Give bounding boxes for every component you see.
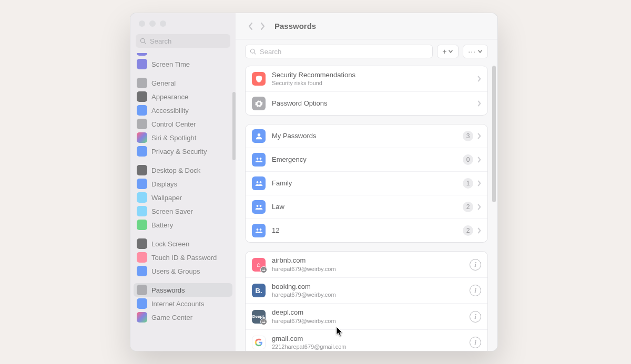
site-icon: B. (252, 284, 266, 297)
sidebar-item-label: Screen Saver (151, 207, 193, 215)
close-dot[interactable] (139, 20, 145, 27)
sidebar-item-label: Game Center (151, 314, 192, 321)
sidebar-item-screen-saver[interactable]: Screen Saver (134, 204, 232, 218)
site-icon (252, 336, 266, 349)
group-title: 12 (272, 226, 463, 235)
group-title: Family (272, 179, 463, 188)
sidebar-item-label: Wallpaper (151, 194, 182, 202)
sidebar-item-control-center[interactable]: Control Center (134, 117, 232, 131)
forward-button[interactable] (257, 19, 268, 34)
sidebar-item-lock-screen[interactable]: Lock Screen (134, 237, 232, 251)
page-title: Passwords (274, 22, 316, 30)
sidebar-search-placeholder: Search (150, 37, 171, 45)
people-icon (252, 224, 266, 237)
sidebar-item-desktop-dock[interactable]: Desktop & Dock (134, 163, 232, 177)
chevron-right-icon (477, 180, 481, 186)
more-button[interactable]: ··· (463, 45, 488, 58)
sidebar-item-privacy-security[interactable]: Privacy & Security (134, 144, 232, 158)
person-icon (252, 129, 266, 143)
zoom-dot[interactable] (160, 20, 166, 27)
sidebar-item-internet-accounts[interactable]: Internet Accounts (134, 297, 232, 310)
group-title: My Passwords (272, 132, 463, 140)
minimize-dot[interactable] (149, 20, 156, 27)
info-button[interactable]: i (470, 311, 481, 323)
accounts-section: ⌂airbnb.comharepat679@weirby.comiB.booki… (245, 251, 488, 351)
group-12[interactable]: 122 (246, 219, 487, 242)
sidebar-icon (137, 165, 147, 175)
groups-section: My Passwords3Emergency0Family1Law2122 (245, 124, 488, 243)
sidebar-icon (137, 105, 147, 116)
passwords-search[interactable]: Search (245, 45, 433, 58)
row-password-options[interactable]: Password Options (246, 91, 487, 115)
sidebar-icon (137, 59, 147, 69)
sidebar-item-label: Control Center (151, 120, 196, 128)
info-button[interactable]: i (470, 337, 481, 348)
account-site: booking.com (272, 283, 470, 291)
sidebar-list[interactable]: Screen TimeGeneralAppearanceAccessibilit… (130, 53, 236, 351)
main-scrollbar[interactable] (492, 66, 496, 202)
content-scroll[interactable]: Security RecommendationsSecurity risks f… (236, 66, 497, 351)
sidebar-item-label: Battery (151, 221, 173, 229)
chevron-right-icon (477, 100, 481, 107)
count-badge: 3 (463, 131, 473, 141)
group-law[interactable]: Law2 (246, 195, 487, 219)
account-booking-com[interactable]: B.booking.comharepat679@weirby.comi (246, 277, 487, 303)
cursor-pointer-icon (336, 326, 343, 339)
info-button[interactable]: i (470, 259, 481, 271)
search-row: Search + ··· (236, 39, 497, 66)
account-gmail-com[interactable]: gmail.com2212harepat679@gmail.comi (246, 329, 487, 351)
people-icon (252, 176, 266, 190)
shared-badge-icon (260, 266, 267, 273)
account-site: deepl.com (272, 308, 470, 317)
sidebar-item-label: Passwords (151, 286, 185, 294)
back-button[interactable] (245, 19, 257, 34)
group-my-passwords[interactable]: My Passwords3 (246, 124, 487, 148)
search-placeholder: Search (260, 48, 281, 56)
sidebar-icon (137, 285, 147, 295)
site-icon: DeepL (252, 310, 266, 324)
search-icon (250, 48, 257, 55)
sidebar-item-label: Screen Time (151, 60, 190, 68)
sidebar-search[interactable]: Search (136, 34, 230, 48)
chevron-right-icon (477, 76, 481, 82)
sidebar-icon (137, 132, 147, 143)
sidebar-item-label: Accessibility (151, 107, 189, 115)
account-deepl-com[interactable]: DeepLdeepl.comharepat679@weirby.comi (246, 303, 487, 329)
sidebar-item-battery[interactable]: Battery (134, 218, 232, 232)
gear-icon (252, 97, 266, 110)
sidebar-item-siri-spotlight[interactable]: Siri & Spotlight (134, 131, 232, 144)
group-emergency[interactable]: Emergency0 (246, 148, 487, 171)
info-button[interactable]: i (470, 285, 481, 296)
sidebar-icon (137, 312, 147, 323)
sidebar-item-game-center[interactable]: Game Center (134, 310, 232, 324)
sidebar-icon (137, 179, 147, 189)
count-badge: 2 (463, 225, 473, 236)
sidebar-item-appearance[interactable]: Appearance (134, 90, 232, 103)
row-title: Password Options (272, 99, 477, 108)
sidebar-item-label: General (151, 79, 176, 87)
sidebar-item-passwords[interactable]: Passwords (134, 283, 232, 297)
row-subtitle: Security risks found (272, 80, 477, 87)
sidebar-item-accessibility[interactable]: Accessibility (134, 103, 232, 117)
add-button[interactable]: + (437, 45, 459, 58)
group-family[interactable]: Family1 (246, 171, 487, 195)
chevron-right-icon (477, 133, 481, 139)
row-security-recommendations[interactable]: Security RecommendationsSecurity risks f… (246, 66, 487, 91)
sidebar-item-wallpaper[interactable]: Wallpaper (134, 191, 232, 204)
sidebar-item-screen-time[interactable]: Screen Time (134, 57, 232, 71)
sidebar-item-general[interactable]: General (134, 76, 232, 90)
row-title: Security Recommendations (272, 71, 477, 79)
account-user: harepat679@weirby.com (272, 318, 470, 325)
sidebar-item-label: Internet Accounts (151, 300, 204, 308)
window-controls[interactable] (130, 13, 236, 32)
chevron-right-icon (477, 157, 481, 163)
sidebar-item-label: Displays (151, 180, 177, 188)
sidebar-icon (137, 119, 147, 129)
sidebar-item-label: Appearance (151, 93, 188, 101)
sidebar-item-users-groups[interactable]: Users & Groups (134, 264, 232, 278)
account-airbnb-com[interactable]: ⌂airbnb.comharepat679@weirby.comi (246, 252, 487, 277)
sidebar-item-displays[interactable]: Displays (134, 177, 232, 191)
account-user: 2212harepat679@gmail.com (272, 344, 470, 350)
sidebar-item-touch-id-password[interactable]: Touch ID & Password (134, 251, 232, 264)
shared-badge-icon (260, 318, 267, 325)
